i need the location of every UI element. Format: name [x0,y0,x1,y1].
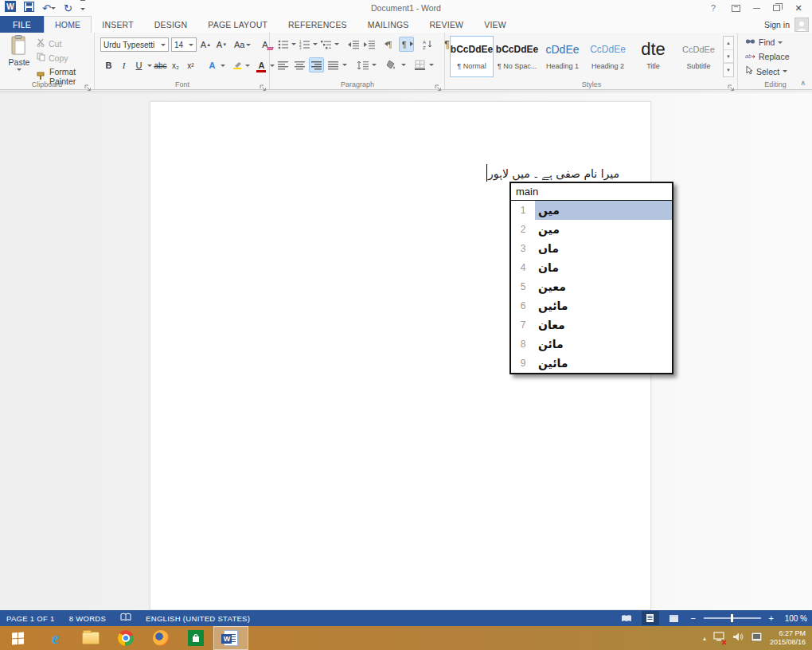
replace-button[interactable]: ab Replace [745,52,790,61]
styles-gallery-more-icon[interactable]: ▼ [724,63,733,76]
ime-candidate-row[interactable]: 7 معان [511,315,672,335]
change-case-button[interactable]: Aa [234,37,251,53]
bullets-icon[interactable] [275,37,291,52]
language-indicator[interactable]: ENGLISH (UNITED STATES) [146,614,250,623]
paste-button[interactable]: Paste [5,35,33,83]
find-dropdown-icon[interactable] [778,41,783,44]
styles-scroll-down-icon[interactable]: ▼ [724,50,733,64]
taskbar-word[interactable]: W [213,626,248,650]
select-dropdown-icon[interactable] [783,70,787,72]
word-count[interactable]: 8 WORDS [69,614,106,623]
multilevel-list-icon[interactable] [318,37,334,52]
shading-dropdown-icon[interactable] [401,64,406,66]
minimize-icon[interactable] [753,8,760,9]
tab-view[interactable]: VIEW [474,16,517,33]
print-layout-icon[interactable] [642,611,659,625]
line-spacing-icon[interactable] [355,57,370,72]
cut-button[interactable]: Cut [37,38,61,49]
ime-candidate-row[interactable]: 3 ماں [511,239,672,258]
bullets-dropdown-icon[interactable] [291,43,296,45]
taskbar-file-explorer[interactable] [73,626,108,650]
paste-dropdown-icon[interactable] [17,69,21,71]
select-button[interactable]: Select [745,66,787,76]
network-icon[interactable] [713,631,725,645]
tab-design[interactable]: DESIGN [144,16,197,33]
ime-candidate-row[interactable]: 4 مان [511,258,672,277]
shading-icon[interactable] [385,57,400,72]
ime-candidate-row[interactable]: 9 مائین [511,354,672,373]
multilevel-dropdown-icon[interactable] [334,43,339,45]
start-button[interactable] [0,626,35,650]
style-heading1[interactable]: cDdEe Heading 1 [541,36,584,77]
style-subtitle[interactable]: CcDdEe Subtitle [677,36,720,77]
highlight-button[interactable] [230,57,244,73]
tab-file[interactable]: FILE [0,16,44,33]
taskbar-firefox[interactable] [143,626,178,650]
taskbar-chrome[interactable] [108,626,143,650]
superscript-button[interactable]: x² [184,57,197,73]
zoom-slider-thumb[interactable] [731,614,733,622]
tab-home[interactable]: HOME [44,16,92,33]
document-area[interactable]: میرا نام صفی ہے ۔ میں لاہور [0,91,812,610]
volume-icon[interactable] [732,631,744,645]
tab-review[interactable]: REVIEW [420,16,474,33]
clock[interactable]: 6:27 PM 2015/08/16 [770,629,809,647]
ime-candidate-row[interactable]: 2 مین [511,220,672,239]
grow-font-button[interactable]: A▲ [199,37,213,53]
justify-icon[interactable] [326,57,341,72]
zoom-slider[interactable] [704,617,761,619]
ltr-direction-icon[interactable]: ¶ [383,37,398,52]
close-icon[interactable]: ✕ [793,3,804,14]
decrease-indent-icon[interactable] [345,37,361,52]
justify-dropdown-icon[interactable] [342,64,347,66]
taskbar-store[interactable] [178,626,213,650]
underline-button[interactable]: U [132,57,146,73]
zoom-in-icon[interactable]: + [767,613,775,623]
ime-candidate-row[interactable]: 6 مائیں [511,296,672,315]
proofing-icon[interactable] [120,613,131,624]
tab-insert[interactable]: INSERT [92,16,144,33]
rtl-direction-icon[interactable]: ¶ [399,37,414,52]
borders-icon[interactable] [412,57,427,72]
read-mode-icon[interactable] [618,611,635,625]
copy-button[interactable]: Copy [37,53,68,63]
text-effects-button[interactable]: A [205,57,219,73]
align-left-icon[interactable] [275,57,291,72]
line-spacing-dropdown-icon[interactable] [372,64,377,66]
text-effects-dropdown-icon[interactable] [221,65,225,67]
web-layout-icon[interactable] [666,611,683,625]
clipboard-dialog-launcher-icon[interactable] [84,80,92,88]
strikethrough-button[interactable]: abc [154,57,167,73]
tab-references[interactable]: REFERENCES [278,16,357,33]
style-normal[interactable]: bCcDdEe ¶ Normal [450,36,494,77]
help-icon[interactable]: ? [708,3,719,13]
clear-formatting-button[interactable]: A [258,37,271,53]
align-right-icon[interactable] [309,57,324,72]
zoom-out-icon[interactable]: − [689,613,697,623]
find-button[interactable]: Find [745,37,783,47]
tray-chevron-icon[interactable]: ▴ [703,635,706,642]
sort-icon[interactable]: AZ [420,37,435,52]
underline-dropdown-icon[interactable] [147,65,152,67]
restore-icon[interactable] [773,5,780,11]
subscript-button[interactable]: x₂ [169,57,182,73]
bold-button[interactable]: B [102,57,115,73]
action-center-icon[interactable] [751,631,763,645]
taskbar-internet-explorer[interactable]: e [38,626,73,650]
font-dialog-launcher-icon[interactable] [260,80,267,88]
tab-mailings[interactable]: MAILINGS [357,16,420,33]
shrink-font-button[interactable]: A▼ [215,37,228,53]
paragraph-dialog-launcher-icon[interactable] [435,80,442,88]
increase-indent-icon[interactable] [361,37,377,52]
avatar-icon[interactable] [794,18,809,32]
tab-page-layout[interactable]: PAGE LAYOUT [197,16,278,33]
font-color-button[interactable]: A [255,57,268,73]
styles-scroll-up-icon[interactable]: ▲ [724,37,733,50]
ime-candidate-row[interactable]: 1 میں [511,201,672,220]
sign-in-link[interactable]: Sign in [764,20,790,29]
collapse-ribbon-icon[interactable]: ∧ [800,79,806,87]
style-no-spacing[interactable]: bCcDdEe ¶ No Spac... [495,36,539,77]
ime-candidate-row[interactable]: 8 مائن [511,335,672,354]
numbering-dropdown-icon[interactable] [313,43,318,45]
borders-dropdown-icon[interactable] [429,64,434,66]
